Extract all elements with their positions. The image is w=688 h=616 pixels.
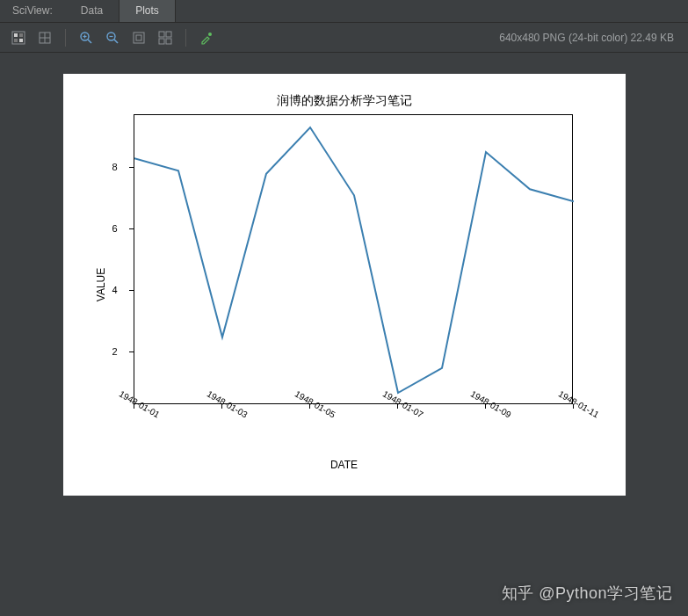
svg-rect-17	[159, 32, 164, 37]
svg-rect-3	[14, 39, 18, 42]
svg-rect-2	[19, 33, 23, 37]
grid-icon[interactable]	[9, 28, 28, 47]
zoom-out-icon[interactable]	[103, 28, 122, 47]
tab-data[interactable]: Data	[65, 0, 119, 22]
sciview-tabbar: SciView: Data Plots	[0, 0, 688, 23]
svg-line-9	[88, 40, 91, 43]
toolbar-separator	[65, 29, 66, 47]
chart-title: 润博的数据分析学习笔记	[63, 93, 626, 109]
chart-axes	[134, 114, 573, 404]
svg-rect-20	[166, 39, 171, 44]
plot-canvas: 润博的数据分析学习笔记 VALUE DATE 2468 1948-01-0119…	[63, 74, 626, 496]
y-tick: 4	[112, 285, 118, 295]
y-tick: 6	[112, 223, 118, 234]
y-tick: 2	[112, 346, 118, 357]
line-series	[134, 115, 574, 405]
color-picker-icon[interactable]	[197, 28, 216, 47]
svg-rect-18	[166, 32, 171, 37]
image-info-text: 640x480 PNG (24-bit color) 22.49 KB	[499, 32, 679, 44]
thumbnails-icon[interactable]	[156, 28, 175, 47]
svg-rect-1	[14, 33, 18, 37]
svg-rect-15	[134, 33, 144, 43]
y-axis-label: VALUE	[95, 268, 107, 301]
sciview-title: SciView:	[0, 0, 65, 22]
svg-rect-4	[19, 39, 23, 42]
fit-window-icon[interactable]	[129, 28, 148, 47]
toolbar: 640x480 PNG (24-bit color) 22.49 KB	[0, 23, 688, 53]
toolbar-separator-2	[185, 29, 186, 47]
tab-plots[interactable]: Plots	[119, 0, 176, 22]
svg-line-13	[114, 40, 118, 43]
svg-rect-16	[136, 35, 141, 40]
x-axis-label: DATE	[63, 459, 626, 471]
zoom-in-icon[interactable]	[76, 28, 96, 47]
svg-point-21	[208, 33, 212, 36]
actual-size-icon[interactable]	[35, 28, 54, 47]
image-viewer: 润博的数据分析学习笔记 VALUE DATE 2468 1948-01-0119…	[0, 53, 688, 616]
svg-rect-19	[159, 39, 164, 44]
y-tick: 8	[112, 162, 118, 172]
